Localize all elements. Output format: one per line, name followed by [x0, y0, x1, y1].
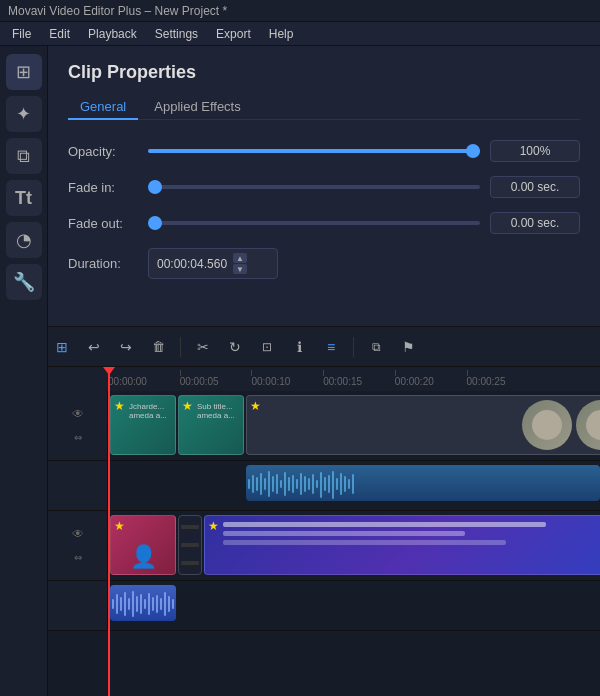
clip-2[interactable]: ★ Sub title...ameda a...: [178, 395, 244, 455]
sidebar-tools-btn[interactable]: 🔧: [6, 264, 42, 300]
svg-rect-9: [284, 472, 286, 496]
sidebar-media-btn[interactable]: ⊞: [6, 54, 42, 90]
opacity-label: Opacity:: [68, 144, 148, 159]
toolbar-separator-2: [353, 337, 354, 357]
svg-rect-24: [344, 476, 346, 492]
crop-button[interactable]: ⊡: [253, 333, 281, 361]
svg-rect-15: [308, 478, 310, 490]
redo-button[interactable]: ↪: [112, 333, 140, 361]
opacity-slider[interactable]: [148, 141, 480, 161]
main-layout: ⊞ ✦ ⧉ Tt ◔ 🔧 Clip Properties General: [0, 46, 600, 696]
svg-rect-29: [120, 597, 122, 611]
clip-1[interactable]: ★ Jcharde...ameda a...: [110, 395, 176, 455]
track-1-eye-btn[interactable]: 👁: [68, 404, 88, 424]
duration-label: Duration:: [68, 256, 148, 271]
audio-track-1: [48, 461, 600, 511]
clip-6[interactable]: ★: [204, 515, 600, 575]
ruler-mark-20: 00:00:20: [395, 376, 434, 387]
left-sidebar: ⊞ ✦ ⧉ Tt ◔ 🔧: [0, 46, 48, 696]
rotate-button[interactable]: ↻: [221, 333, 249, 361]
delete-button[interactable]: 🗑: [144, 333, 172, 361]
svg-rect-38: [156, 595, 158, 613]
menu-help[interactable]: Help: [261, 25, 302, 43]
sidebar-transition-btn[interactable]: ⧉: [6, 138, 42, 174]
clip-6-star: ★: [208, 519, 219, 533]
toolbar-separator-1: [180, 337, 181, 357]
magic-wand-icon: ✦: [16, 103, 31, 125]
menu-settings[interactable]: Settings: [147, 25, 206, 43]
svg-rect-35: [144, 599, 146, 609]
fade-in-slider[interactable]: [148, 177, 480, 197]
timeline-toolbar: ⊞ ↩ ↪ 🗑 ✂ ↻ ⊡ ℹ ≡ ⧉ ⚑: [48, 327, 600, 367]
svg-rect-21: [332, 471, 334, 499]
timeline-area: ⊞ ↩ ↪ 🗑 ✂ ↻ ⊡ ℹ ≡ ⧉ ⚑ 00:00:00 00:00:05: [48, 326, 600, 696]
fade-out-value: 0.00 sec.: [490, 212, 580, 234]
audio-2-content: [108, 581, 600, 630]
clip-3-faces: [362, 396, 600, 454]
svg-rect-42: [172, 599, 174, 609]
flag-button[interactable]: ⚑: [394, 333, 422, 361]
svg-rect-3: [260, 473, 262, 495]
sidebar-filter-btn[interactable]: ◔: [6, 222, 42, 258]
svg-rect-39: [160, 598, 162, 610]
title-text-icon: Tt: [15, 188, 32, 209]
svg-rect-31: [128, 598, 130, 610]
tab-general[interactable]: General: [68, 95, 138, 120]
clip-3[interactable]: ★: [246, 395, 600, 455]
svg-rect-30: [124, 592, 126, 616]
svg-rect-0: [248, 479, 250, 489]
svg-rect-41: [168, 596, 170, 612]
duration-input[interactable]: 00:00:04.560 ▲ ▼: [148, 248, 278, 279]
svg-rect-11: [292, 475, 294, 493]
svg-rect-7: [276, 474, 278, 494]
face-right: [576, 400, 600, 450]
ruler-mark-10: 00:00:10: [251, 376, 290, 387]
overlay-button[interactable]: ⧉: [362, 333, 390, 361]
svg-rect-27: [112, 599, 114, 609]
menu-playback[interactable]: Playback: [80, 25, 145, 43]
svg-rect-10: [288, 477, 290, 491]
track-2-lock-btn[interactable]: ⇔: [68, 548, 88, 568]
info-button[interactable]: ℹ: [285, 333, 313, 361]
svg-rect-28: [116, 594, 118, 614]
fade-in-value: 0.00 sec.: [490, 176, 580, 198]
track-1-content[interactable]: ★ Jcharde...ameda a... ★ Sub title...ame…: [108, 391, 600, 460]
video-track-2: 👁 ⇔ ★ 👤: [48, 511, 600, 581]
svg-rect-4: [264, 478, 266, 490]
clip-4-star: ★: [114, 519, 125, 533]
clip-5[interactable]: [178, 515, 202, 575]
track-2-content[interactable]: ★ 👤: [108, 511, 600, 580]
waveform-svg-2: [110, 585, 176, 621]
title-bar: Movavi Video Editor Plus – New Project *: [0, 0, 600, 22]
clip-4[interactable]: ★ 👤: [110, 515, 176, 575]
menu-edit[interactable]: Edit: [41, 25, 78, 43]
audio-waveform-1: [246, 465, 600, 501]
undo-button[interactable]: ↩: [80, 333, 108, 361]
svg-rect-12: [296, 479, 298, 489]
fade-out-slider[interactable]: [148, 213, 480, 233]
svg-rect-37: [152, 597, 154, 611]
menu-file[interactable]: File: [4, 25, 39, 43]
sidebar-magic-btn[interactable]: ✦: [6, 96, 42, 132]
clip-2-star: ★: [182, 399, 193, 413]
menu-export[interactable]: Export: [208, 25, 259, 43]
ruler-mark-15: 00:00:15: [323, 376, 362, 387]
duration-increment[interactable]: ▲: [233, 253, 247, 263]
align-button[interactable]: ≡: [317, 333, 345, 361]
ruler-mark-0: 00:00:00: [108, 376, 147, 387]
svg-rect-14: [304, 476, 306, 492]
menu-bar: File Edit Playback Settings Export Help: [0, 22, 600, 46]
svg-rect-1: [252, 475, 254, 493]
cut-button[interactable]: ✂: [189, 333, 217, 361]
track-1-lock-btn[interactable]: ⇔: [68, 428, 88, 448]
svg-rect-16: [312, 474, 314, 494]
add-track-icon[interactable]: ⊞: [56, 339, 68, 355]
sidebar-title-btn[interactable]: Tt: [6, 180, 42, 216]
track-2-eye-btn[interactable]: 👁: [68, 524, 88, 544]
svg-rect-6: [272, 476, 274, 492]
clip-3-star: ★: [250, 399, 261, 413]
svg-rect-32: [132, 591, 134, 617]
tab-applied-effects[interactable]: Applied Effects: [142, 95, 252, 120]
fade-in-row: Fade in: 0.00 sec.: [68, 176, 580, 198]
duration-decrement[interactable]: ▼: [233, 264, 247, 274]
